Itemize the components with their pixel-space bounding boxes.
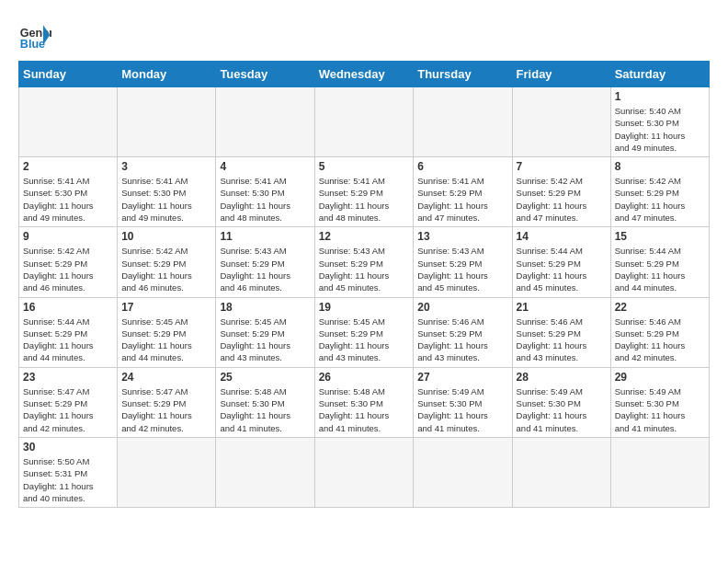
weekday-header-wednesday: Wednesday [314,62,414,87]
day-info: Sunrise: 5:41 AM Sunset: 5:29 PM Dayligh… [417,175,507,224]
day-info: Sunrise: 5:46 AM Sunset: 5:29 PM Dayligh… [615,316,705,364]
day-info: Sunrise: 5:41 AM Sunset: 5:30 PM Dayligh… [121,175,211,224]
day-info: Sunrise: 5:44 AM Sunset: 5:29 PM Dayligh… [23,316,113,364]
day-info: Sunrise: 5:50 AM Sunset: 5:31 PM Dayligh… [23,455,113,504]
calendar-day-cell: 26Sunrise: 5:48 AM Sunset: 5:30 PM Dayli… [314,367,414,437]
weekday-header-thursday: Thursday [414,62,512,87]
day-info: Sunrise: 5:49 AM Sunset: 5:30 PM Dayligh… [615,385,705,434]
weekday-header-saturday: Saturday [610,62,709,87]
calendar-day-cell: 23Sunrise: 5:47 AM Sunset: 5:29 PM Dayli… [19,367,118,437]
day-number: 30 [23,441,113,454]
day-number: 6 [417,160,507,173]
page-header: General Blue [18,18,710,52]
weekday-header-monday: Monday [118,62,216,87]
weekday-header-friday: Friday [512,62,610,87]
calendar-day-cell: 11Sunrise: 5:43 AM Sunset: 5:29 PM Dayli… [216,227,314,297]
calendar-day-cell: 19Sunrise: 5:45 AM Sunset: 5:29 PM Dayli… [314,297,414,367]
calendar-week-row: 1Sunrise: 5:40 AM Sunset: 5:30 PM Daylig… [19,87,710,157]
calendar-day-cell: 13Sunrise: 5:43 AM Sunset: 5:29 PM Dayli… [414,227,512,297]
day-number: 29 [615,371,705,384]
calendar-day-cell [216,87,314,157]
day-number: 2 [23,160,113,173]
day-number: 22 [615,301,705,314]
calendar-week-row: 9Sunrise: 5:42 AM Sunset: 5:29 PM Daylig… [19,227,710,297]
day-info: Sunrise: 5:44 AM Sunset: 5:29 PM Dayligh… [615,245,705,293]
day-info: Sunrise: 5:43 AM Sunset: 5:29 PM Dayligh… [220,245,310,293]
calendar-day-cell: 12Sunrise: 5:43 AM Sunset: 5:29 PM Dayli… [314,227,414,297]
calendar-day-cell: 14Sunrise: 5:44 AM Sunset: 5:29 PM Dayli… [512,227,610,297]
day-info: Sunrise: 5:43 AM Sunset: 5:29 PM Dayligh… [319,245,410,293]
day-info: Sunrise: 5:46 AM Sunset: 5:29 PM Dayligh… [517,316,607,364]
day-number: 17 [121,301,211,314]
day-info: Sunrise: 5:49 AM Sunset: 5:30 PM Dayligh… [517,385,607,434]
calendar-day-cell [118,87,216,157]
weekday-header-sunday: Sunday [19,62,118,87]
day-number: 15 [615,230,705,243]
day-number: 10 [121,230,211,243]
day-number: 14 [517,230,607,243]
day-number: 11 [220,230,310,243]
calendar-day-cell: 15Sunrise: 5:44 AM Sunset: 5:29 PM Dayli… [610,227,709,297]
calendar-table: SundayMondayTuesdayWednesdayThursdayFrid… [18,61,710,508]
logo: General Blue [18,18,51,52]
calendar-day-cell: 28Sunrise: 5:49 AM Sunset: 5:30 PM Dayli… [512,367,610,437]
day-info: Sunrise: 5:49 AM Sunset: 5:30 PM Dayligh… [417,385,507,434]
day-info: Sunrise: 5:42 AM Sunset: 5:29 PM Dayligh… [23,245,113,293]
calendar-day-cell: 18Sunrise: 5:45 AM Sunset: 5:29 PM Dayli… [216,297,314,367]
calendar-week-row: 16Sunrise: 5:44 AM Sunset: 5:29 PM Dayli… [19,297,710,367]
calendar-day-cell: 27Sunrise: 5:49 AM Sunset: 5:30 PM Dayli… [414,367,512,437]
day-info: Sunrise: 5:43 AM Sunset: 5:29 PM Dayligh… [417,245,507,293]
day-info: Sunrise: 5:42 AM Sunset: 5:29 PM Dayligh… [121,245,211,293]
day-info: Sunrise: 5:45 AM Sunset: 5:29 PM Dayligh… [121,316,211,364]
day-number: 3 [121,160,211,173]
calendar-day-cell [216,437,314,507]
day-info: Sunrise: 5:41 AM Sunset: 5:29 PM Dayligh… [319,175,410,224]
calendar-day-cell: 29Sunrise: 5:49 AM Sunset: 5:30 PM Dayli… [610,367,709,437]
calendar-day-cell: 9Sunrise: 5:42 AM Sunset: 5:29 PM Daylig… [19,227,118,297]
calendar-week-row: 30Sunrise: 5:50 AM Sunset: 5:31 PM Dayli… [19,437,710,507]
calendar-day-cell [512,87,610,157]
calendar-day-cell: 24Sunrise: 5:47 AM Sunset: 5:29 PM Dayli… [118,367,216,437]
calendar-day-cell: 16Sunrise: 5:44 AM Sunset: 5:29 PM Dayli… [19,297,118,367]
day-number: 9 [23,230,113,243]
day-number: 12 [319,230,410,243]
day-number: 7 [517,160,607,173]
calendar-day-cell: 22Sunrise: 5:46 AM Sunset: 5:29 PM Dayli… [610,297,709,367]
calendar-day-cell [610,437,709,507]
calendar-week-row: 23Sunrise: 5:47 AM Sunset: 5:29 PM Dayli… [19,367,710,437]
day-number: 25 [220,371,310,384]
day-number: 20 [417,301,507,314]
calendar-day-cell: 17Sunrise: 5:45 AM Sunset: 5:29 PM Dayli… [118,297,216,367]
calendar-day-cell [314,437,414,507]
day-number: 5 [319,160,410,173]
day-number: 4 [220,160,310,173]
day-number: 8 [615,160,705,173]
weekday-header-tuesday: Tuesday [216,62,314,87]
day-info: Sunrise: 5:44 AM Sunset: 5:29 PM Dayligh… [517,245,607,293]
calendar-day-cell [512,437,610,507]
calendar-day-cell [118,437,216,507]
calendar-day-cell: 3Sunrise: 5:41 AM Sunset: 5:30 PM Daylig… [118,157,216,227]
calendar-day-cell: 30Sunrise: 5:50 AM Sunset: 5:31 PM Dayli… [19,437,118,507]
calendar-day-cell: 2Sunrise: 5:41 AM Sunset: 5:30 PM Daylig… [19,157,118,227]
day-info: Sunrise: 5:46 AM Sunset: 5:29 PM Dayligh… [417,316,507,364]
calendar-day-cell: 6Sunrise: 5:41 AM Sunset: 5:29 PM Daylig… [414,157,512,227]
calendar-day-cell: 25Sunrise: 5:48 AM Sunset: 5:30 PM Dayli… [216,367,314,437]
day-number: 18 [220,301,310,314]
calendar-day-cell: 20Sunrise: 5:46 AM Sunset: 5:29 PM Dayli… [414,297,512,367]
day-info: Sunrise: 5:45 AM Sunset: 5:29 PM Dayligh… [319,316,410,364]
day-info: Sunrise: 5:42 AM Sunset: 5:29 PM Dayligh… [517,175,607,224]
day-number: 19 [319,301,410,314]
day-info: Sunrise: 5:45 AM Sunset: 5:29 PM Dayligh… [220,316,310,364]
day-info: Sunrise: 5:42 AM Sunset: 5:29 PM Dayligh… [615,175,705,224]
day-number: 26 [319,371,410,384]
day-info: Sunrise: 5:47 AM Sunset: 5:29 PM Dayligh… [121,385,211,434]
calendar-week-row: 2Sunrise: 5:41 AM Sunset: 5:30 PM Daylig… [19,157,710,227]
svg-text:Blue: Blue [20,38,45,51]
calendar-day-cell: 5Sunrise: 5:41 AM Sunset: 5:29 PM Daylig… [314,157,414,227]
day-number: 28 [517,371,607,384]
calendar-day-cell [19,87,118,157]
day-number: 27 [417,371,507,384]
logo-icon: General Blue [18,18,51,52]
day-number: 24 [121,371,211,384]
